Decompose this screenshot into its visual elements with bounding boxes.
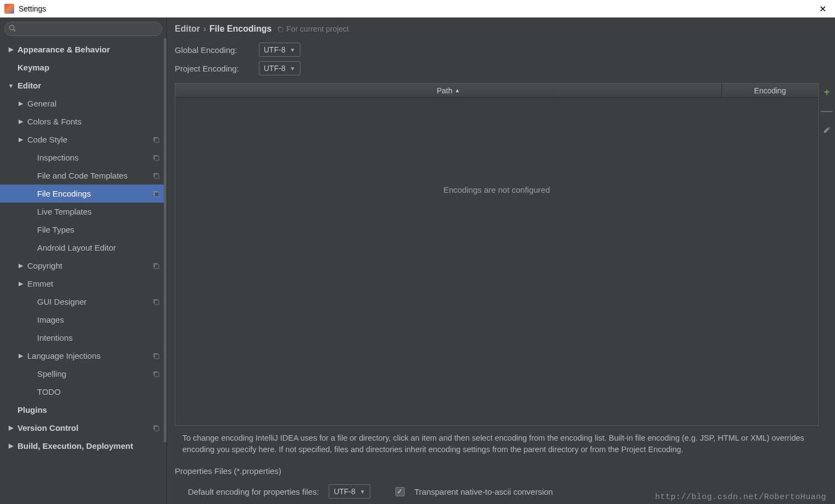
- svg-rect-17: [155, 372, 159, 377]
- project-scope-icon: [152, 190, 160, 198]
- chevron-right-icon[interactable]: ▶: [16, 280, 25, 287]
- global-encoding-label: Global Encoding:: [175, 45, 249, 55]
- tree-item-label: Android Layout Editor: [37, 243, 160, 252]
- add-button[interactable]: +: [821, 86, 833, 98]
- sort-asc-icon: ▲: [454, 87, 460, 93]
- properties-section-title: Properties Files (*.properties): [167, 463, 835, 479]
- tree-item[interactable]: Intentions: [0, 329, 167, 347]
- tree-item[interactable]: Live Templates: [0, 203, 167, 221]
- tree-item-label: Language Injections: [27, 351, 152, 360]
- tree-item[interactable]: ▶Language Injections: [0, 347, 167, 365]
- tree-item[interactable]: Inspections: [0, 149, 167, 167]
- chevron-right-icon[interactable]: ▶: [16, 136, 25, 143]
- tree-item[interactable]: File Types: [0, 221, 167, 239]
- settings-body: ▶Appearance & BehaviorKeymap▼Editor▶Gene…: [0, 17, 835, 504]
- project-scope-icon: [152, 298, 160, 306]
- svg-point-0: [10, 26, 14, 30]
- tree-item[interactable]: Images: [0, 311, 167, 329]
- global-encoding-combo[interactable]: UTF-8 ▼: [259, 43, 300, 57]
- tree-item[interactable]: TODO: [0, 383, 167, 401]
- chevron-right-icon[interactable]: ▶: [16, 262, 25, 269]
- project-scope-icon: [152, 136, 160, 144]
- chevron-down-icon: ▼: [290, 47, 295, 53]
- transparent-ascii-checkbox[interactable]: ✓: [395, 487, 405, 496]
- tree-item-label: Intentions: [37, 333, 160, 342]
- tree-item[interactable]: Keymap: [0, 58, 167, 76]
- main-wrap: Editor › File Encodings For current proj…: [167, 17, 835, 504]
- tree-item[interactable]: Plugins: [0, 401, 167, 419]
- chevron-right-icon[interactable]: ▶: [7, 424, 15, 431]
- chevron-right-icon[interactable]: ▶: [7, 442, 15, 449]
- tree-item[interactable]: File Encodings: [0, 185, 167, 203]
- tree-item[interactable]: ▶Version Control: [0, 419, 167, 437]
- properties-default-label: Default encoding for properties files:: [188, 487, 319, 496]
- table-empty-message: Encodings are not configured: [175, 98, 818, 425]
- tree-item[interactable]: ▶Copyright: [0, 257, 167, 275]
- settings-tree[interactable]: ▶Appearance & BehaviorKeymap▼Editor▶Gene…: [0, 40, 167, 504]
- tree-item[interactable]: ▶Appearance & Behavior: [0, 40, 167, 58]
- chevron-right-icon[interactable]: ▶: [16, 118, 25, 125]
- chevron-down-icon[interactable]: ▼: [7, 82, 15, 89]
- svg-line-1: [14, 29, 15, 31]
- tree-item-label: GUI Designer: [37, 297, 152, 306]
- project-scope-icon: [277, 26, 284, 33]
- tree-item-label: Spelling: [37, 369, 152, 378]
- table-header-path[interactable]: Path ▲: [175, 84, 722, 97]
- project-encoding-combo[interactable]: UTF-8 ▼: [259, 61, 300, 75]
- transparent-ascii-label: Transparent native-to-ascii conversion: [414, 487, 553, 496]
- tree-item[interactable]: ▶Code Style: [0, 131, 167, 149]
- table-toolbar: + —: [819, 83, 835, 426]
- project-scope: For current project: [277, 25, 348, 33]
- tree-item[interactable]: GUI Designer: [0, 293, 167, 311]
- close-icon[interactable]: ✕: [815, 2, 831, 16]
- tree-item[interactable]: ▶Build, Execution, Deployment: [0, 437, 167, 455]
- tree-item[interactable]: ▶Emmet: [0, 275, 167, 293]
- table-header-encoding[interactable]: Encoding: [722, 84, 818, 97]
- project-scope-icon: [152, 352, 160, 360]
- search-icon: [9, 25, 16, 33]
- svg-rect-3: [155, 138, 159, 143]
- project-encoding-label: Project Encoding:: [175, 64, 249, 73]
- sidebar-scrollbar[interactable]: [164, 38, 167, 442]
- table-header: Path ▲ Encoding: [175, 84, 818, 98]
- tree-item[interactable]: Android Layout Editor: [0, 239, 167, 257]
- tree-item[interactable]: ▶General: [0, 94, 167, 112]
- help-text: To change encoding IntelliJ IDEA uses fo…: [167, 426, 835, 463]
- breadcrumb-root: Editor: [175, 24, 200, 34]
- svg-rect-13: [155, 300, 159, 305]
- chevron-down-icon: ▼: [290, 66, 295, 72]
- tree-item-label: Colors & Fonts: [27, 117, 160, 126]
- svg-rect-11: [155, 264, 159, 269]
- remove-button[interactable]: —: [821, 105, 833, 117]
- tree-item-label: Code Style: [27, 135, 152, 144]
- tree-item[interactable]: ▼Editor: [0, 76, 167, 94]
- breadcrumb: Editor › File Encodings For current proj…: [167, 22, 835, 40]
- edit-button[interactable]: [821, 123, 833, 135]
- tree-item[interactable]: Spelling: [0, 365, 167, 383]
- encodings-table-area: Path ▲ Encoding Encodings are not config…: [175, 83, 835, 426]
- svg-rect-7: [155, 174, 159, 179]
- tree-item-label: Inspections: [37, 153, 152, 162]
- tree-item[interactable]: ▶Colors & Fonts: [0, 112, 167, 131]
- chevron-right-icon[interactable]: ▶: [16, 352, 25, 359]
- tree-item-label: File Types: [37, 225, 160, 234]
- window-titlebar: Settings ✕: [0, 0, 835, 17]
- project-scope-icon: [152, 172, 160, 180]
- tree-item-label: Appearance & Behavior: [17, 45, 160, 54]
- chevron-right-icon[interactable]: ▶: [7, 46, 15, 53]
- breadcrumb-leaf: File Encodings: [210, 24, 272, 34]
- tree-item[interactable]: File and Code Templates: [0, 167, 167, 185]
- svg-rect-5: [155, 156, 159, 161]
- tree-item-label: File and Code Templates: [37, 171, 152, 180]
- project-scope-icon: [152, 262, 160, 270]
- svg-rect-9: [155, 192, 159, 197]
- settings-sidebar: ▶Appearance & BehaviorKeymap▼Editor▶Gene…: [0, 17, 167, 504]
- search-input[interactable]: [4, 22, 162, 36]
- chevron-right-icon[interactable]: ▶: [16, 100, 25, 107]
- encodings-table[interactable]: Path ▲ Encoding Encodings are not config…: [175, 83, 819, 426]
- tree-item-label: General: [27, 99, 160, 108]
- properties-default-combo[interactable]: UTF-8 ▼: [329, 484, 370, 499]
- svg-rect-21: [279, 27, 283, 31]
- tree-item-label: Copyright: [27, 261, 152, 270]
- tree-item-label: Images: [37, 315, 160, 324]
